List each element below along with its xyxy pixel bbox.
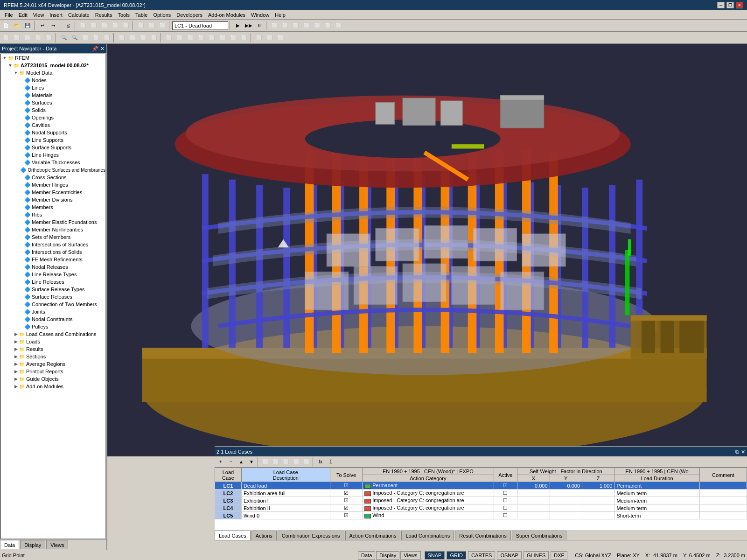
nav-close[interactable]: ✕ xyxy=(100,46,105,52)
tb2-16[interactable]: ⬜ xyxy=(175,33,185,43)
cartes-button[interactable]: CARTES xyxy=(468,551,495,560)
load-cases-table[interactable]: LoadCase Load CaseDescription To Solve E… xyxy=(215,468,747,530)
tb-calc3[interactable]: ⏸ xyxy=(254,21,265,31)
menu-edit[interactable]: Edit xyxy=(16,11,30,19)
tb-b7[interactable]: ⬜ xyxy=(147,21,157,31)
tab-action-combinations[interactable]: Action Combinations xyxy=(345,531,401,540)
menu-help[interactable]: Help xyxy=(272,11,288,19)
tb2-2[interactable]: ⬜ xyxy=(12,33,22,43)
tree-intersect-solids[interactable]: 🔷Intersections of Solids xyxy=(1,248,105,256)
tab-load-combinations[interactable]: Load Combinations xyxy=(401,531,454,540)
tree-members[interactable]: 🔷Members xyxy=(1,203,105,211)
tree-surface-release-types[interactable]: 🔷Surface Release Types xyxy=(1,286,105,293)
cell-lc-desc[interactable]: Exhibition II xyxy=(241,504,330,512)
bt-b4[interactable]: ⬜ xyxy=(291,457,301,467)
tree-sets-members[interactable]: 🔷Sets of Members xyxy=(1,233,105,241)
cell-to-solve[interactable]: ☑ xyxy=(330,497,363,504)
cell-to-solve[interactable]: ☑ xyxy=(330,482,363,490)
tb-c6[interactable]: ⬜ xyxy=(323,21,333,31)
tree-materials[interactable]: 🔷Materials xyxy=(1,91,105,99)
tb-c2[interactable]: ⬜ xyxy=(280,21,290,31)
tb2-22[interactable]: ⬜ xyxy=(239,33,249,43)
expand-printout-reports[interactable]: ▶ xyxy=(13,369,19,374)
tb2-24[interactable]: ⬜ xyxy=(265,33,275,43)
tb2-14[interactable]: ⬜ xyxy=(149,33,159,43)
tb2-8[interactable]: ⬜ xyxy=(80,33,91,43)
tab-super-combinations[interactable]: Super Combinations xyxy=(512,531,567,540)
expand-load-cases[interactable]: ▶ xyxy=(13,331,19,337)
tree-model[interactable]: ▼ 📁 A2T231015_model 00.08.02* xyxy=(1,62,105,69)
menu-options[interactable]: Options xyxy=(150,11,174,19)
menu-developers[interactable]: Developers xyxy=(174,11,205,19)
tb-b1[interactable]: ⬜ xyxy=(78,21,88,31)
tree-root-rfem[interactable]: ▼ 📁 RFEM xyxy=(1,54,105,62)
table-row[interactable]: LC2 Exhibition area full ☑ Imposed - Cat… xyxy=(215,490,747,497)
close-button[interactable]: ✕ xyxy=(736,2,743,8)
tb-new[interactable]: 📄 xyxy=(1,21,11,31)
tab-actions[interactable]: Actions xyxy=(251,531,277,540)
tb2-7[interactable]: 🔍 xyxy=(70,33,80,43)
tb-b5[interactable]: ⬜ xyxy=(121,21,131,31)
table-row[interactable]: LC3 Exhibition I ☑ Imposed - Category C:… xyxy=(215,497,747,504)
cell-comment[interactable] xyxy=(699,497,747,504)
tb2-10[interactable]: ⬜ xyxy=(102,33,112,43)
expand-model[interactable]: ▼ xyxy=(7,63,13,68)
tab-result-combinations[interactable]: Result Combinations xyxy=(455,531,511,540)
tb-b8[interactable]: ⬜ xyxy=(157,21,168,31)
cell-to-solve[interactable]: ☑ xyxy=(330,512,363,519)
tb-b6[interactable]: ⬜ xyxy=(136,21,146,31)
tree-surface-releases[interactable]: 🔷Surface Releases xyxy=(1,293,105,301)
tree-member-divisions[interactable]: 🔷Member Divisions xyxy=(1,196,105,203)
menu-addon[interactable]: Add-on Modules xyxy=(205,11,248,19)
menu-table[interactable]: Table xyxy=(133,11,150,19)
tree-member-hinges[interactable]: 🔷Member Hinges xyxy=(1,181,105,189)
tb2-18[interactable]: ⬜ xyxy=(196,33,206,43)
menu-file[interactable]: File xyxy=(2,11,16,19)
expand-guide-objects[interactable]: ▶ xyxy=(13,376,19,382)
tb-calc1[interactable]: ▶ xyxy=(233,21,243,31)
tb2-1[interactable]: ⬜ xyxy=(1,33,11,43)
cell-lc-desc[interactable]: Wind 0 xyxy=(241,512,330,519)
tb-redo[interactable]: ↪ xyxy=(48,21,58,31)
tree-cross-sections[interactable]: 🔷Cross-Sections xyxy=(1,174,105,181)
tree-load-cases[interactable]: ▶ 📁 Load Cases and Combinations xyxy=(1,330,105,338)
tb2-19[interactable]: ⬜ xyxy=(207,33,217,43)
tb2-12[interactable]: ⬜ xyxy=(127,33,138,43)
cell-to-solve[interactable]: ☑ xyxy=(330,504,363,512)
tree-loads[interactable]: ▶ 📁 Loads xyxy=(1,338,105,345)
bottom-panel-close[interactable]: ✕ xyxy=(741,449,745,455)
menu-view[interactable]: View xyxy=(30,11,47,19)
tb2-17[interactable]: ⬜ xyxy=(185,33,195,43)
tree-joints[interactable]: 🔷Joints xyxy=(1,308,105,315)
table-row[interactable]: LC5 Wind 0 ☑ Wind ☐ Short-term xyxy=(215,512,747,519)
dxf-button[interactable]: DXF xyxy=(551,551,567,560)
cell-to-solve[interactable]: ☑ xyxy=(330,490,363,497)
tab-views[interactable]: Views xyxy=(46,540,68,549)
tree-nodal-supports[interactable]: 🔷Nodal Supports xyxy=(1,129,105,136)
tree-surface-supports[interactable]: 🔷Surface Supports xyxy=(1,144,105,151)
tb2-4[interactable]: ⬜ xyxy=(33,33,43,43)
bt-sum[interactable]: Σ xyxy=(326,457,336,467)
tb-c3[interactable]: ⬜ xyxy=(291,21,301,31)
menu-results[interactable]: Results xyxy=(92,11,115,19)
bt-new-row[interactable]: + xyxy=(216,457,226,467)
tree-printout-reports[interactable]: ▶ 📁 Printout Reports xyxy=(1,368,105,375)
tree-ribs[interactable]: 🔷Ribs xyxy=(1,211,105,218)
tree-fe-mesh[interactable]: 🔷FE Mesh Refinements xyxy=(1,256,105,263)
cell-comment[interactable] xyxy=(699,482,747,490)
tb2-13[interactable]: ⬜ xyxy=(138,33,148,43)
cell-active[interactable]: ☑ xyxy=(494,482,517,490)
tab-data[interactable]: Data xyxy=(0,540,19,549)
tb-c1[interactable]: ⬜ xyxy=(269,21,279,31)
tree-line-release-types[interactable]: 🔷Line Release Types xyxy=(1,271,105,278)
tree-openings[interactable]: 🔷Openings xyxy=(1,114,105,121)
tree-addon-modules[interactable]: ▶ 📁 Add-on Modules xyxy=(1,383,105,390)
menu-insert[interactable]: Insert xyxy=(47,11,65,19)
tree-line-hinges[interactable]: 🔷Line Hinges xyxy=(1,151,105,159)
expand-sections[interactable]: ▶ xyxy=(13,354,19,359)
cell-active[interactable]: ☐ xyxy=(494,490,517,497)
tb2-23[interactable]: ⬜ xyxy=(254,33,264,43)
bt-down[interactable]: ▼ xyxy=(246,457,257,467)
tree-intersect-surfaces[interactable]: 🔷Intersections of Surfaces xyxy=(1,241,105,248)
tree-line-releases[interactable]: 🔷Line Releases xyxy=(1,278,105,286)
